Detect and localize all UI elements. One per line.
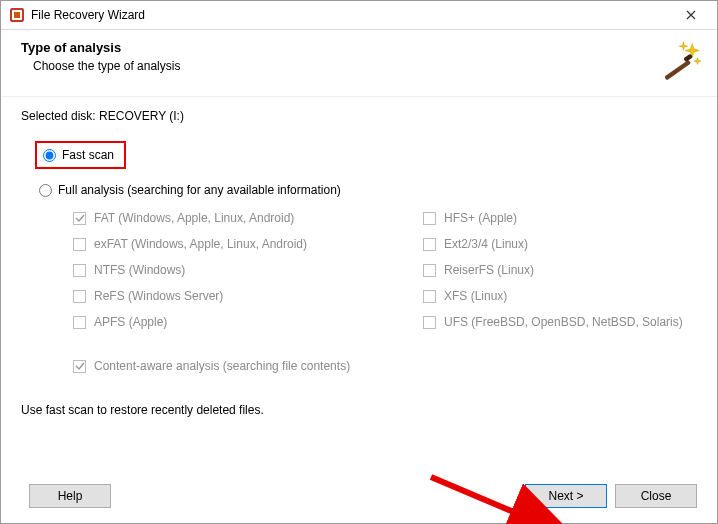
- content-aware-label: Content-aware analysis (searching file c…: [94, 359, 350, 373]
- svg-rect-2: [14, 12, 20, 18]
- checkbox-icon: [73, 212, 86, 225]
- fs-label: HFS+ (Apple): [444, 211, 517, 225]
- titlebar: File Recovery Wizard: [1, 1, 717, 30]
- fs-label: exFAT (Windows, Apple, Linux, Android): [94, 237, 307, 251]
- content-aware-option: Content-aware analysis (searching file c…: [73, 359, 697, 373]
- fs-label: UFS (FreeBSD, OpenBSD, NetBSD, Solaris): [444, 315, 683, 329]
- fs-hfsplus: HFS+ (Apple): [423, 211, 703, 225]
- fs-exfat: exFAT (Windows, Apple, Linux, Android): [73, 237, 393, 251]
- fast-scan-radio[interactable]: Fast scan: [43, 148, 114, 162]
- svg-marker-3: [685, 44, 699, 58]
- help-button-label: Help: [58, 489, 83, 503]
- filesystem-options: FAT (Windows, Apple, Linux, Android) HFS…: [73, 211, 697, 329]
- checkbox-icon: [423, 212, 436, 225]
- svg-marker-5: [694, 58, 701, 65]
- svg-rect-6: [664, 60, 691, 81]
- fast-scan-highlight: Fast scan: [35, 141, 126, 169]
- fs-label: XFS (Linux): [444, 289, 507, 303]
- wizard-window: File Recovery Wizard Type of analysis Ch…: [0, 0, 718, 524]
- fast-scan-radio-input[interactable]: [43, 149, 56, 162]
- wizard-header: Type of analysis Choose the type of anal…: [1, 30, 717, 97]
- checkbox-icon: [423, 264, 436, 277]
- fs-refs: ReFS (Windows Server): [73, 289, 393, 303]
- full-analysis-label: Full analysis (searching for any availab…: [58, 183, 341, 197]
- fs-reiserfs: ReiserFS (Linux): [423, 263, 703, 277]
- window-close-button[interactable]: [671, 1, 711, 29]
- help-button[interactable]: Help: [29, 484, 111, 508]
- fs-apfs: APFS (Apple): [73, 315, 393, 329]
- close-button-label: Close: [641, 489, 672, 503]
- fs-ufs: UFS (FreeBSD, OpenBSD, NetBSD, Solaris): [423, 315, 703, 329]
- window-title: File Recovery Wizard: [31, 8, 671, 22]
- checkbox-icon: [423, 238, 436, 251]
- next-button-label: Next >: [548, 489, 583, 503]
- checkbox-icon: [73, 316, 86, 329]
- full-analysis-radio-input[interactable]: [39, 184, 52, 197]
- checkbox-icon: [73, 360, 86, 373]
- next-button[interactable]: Next >: [525, 484, 607, 508]
- fs-label: NTFS (Windows): [94, 263, 185, 277]
- svg-marker-4: [679, 42, 688, 51]
- app-icon: [9, 7, 25, 23]
- checkbox-icon: [423, 290, 436, 303]
- fs-label: ReFS (Windows Server): [94, 289, 223, 303]
- fast-scan-label: Fast scan: [62, 148, 114, 162]
- close-button[interactable]: Close: [615, 484, 697, 508]
- checkbox-icon: [73, 290, 86, 303]
- wizard-header-text: Type of analysis Choose the type of anal…: [21, 40, 659, 73]
- selected-disk-label: Selected disk: RECOVERY (I:): [21, 109, 697, 123]
- checkbox-icon: [73, 238, 86, 251]
- wizard-content: Selected disk: RECOVERY (I:) Fast scan F…: [1, 97, 717, 469]
- page-heading: Type of analysis: [21, 40, 659, 55]
- full-analysis-radio[interactable]: Full analysis (searching for any availab…: [39, 183, 697, 197]
- fs-ext: Ext2/3/4 (Linux): [423, 237, 703, 251]
- fs-label: ReiserFS (Linux): [444, 263, 534, 277]
- fs-label: APFS (Apple): [94, 315, 167, 329]
- fs-xfs: XFS (Linux): [423, 289, 703, 303]
- checkbox-icon: [423, 316, 436, 329]
- page-subheading: Choose the type of analysis: [33, 59, 659, 73]
- fs-fat: FAT (Windows, Apple, Linux, Android): [73, 211, 393, 225]
- fs-label: FAT (Windows, Apple, Linux, Android): [94, 211, 294, 225]
- checkbox-icon: [73, 264, 86, 277]
- hint-text: Use fast scan to restore recently delete…: [21, 403, 697, 417]
- wizard-wand-icon: [659, 40, 701, 82]
- fs-ntfs: NTFS (Windows): [73, 263, 393, 277]
- wizard-footer: Help Next > Close: [1, 469, 717, 523]
- fs-label: Ext2/3/4 (Linux): [444, 237, 528, 251]
